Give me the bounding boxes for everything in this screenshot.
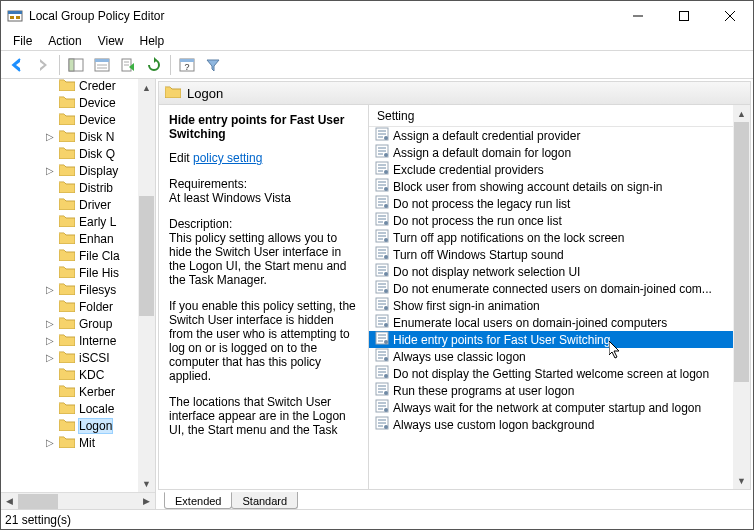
show-hide-tree-button[interactable] [64, 53, 88, 77]
tree-item-label: Driver [79, 198, 111, 212]
scroll-thumb[interactable] [734, 122, 749, 382]
setting-row[interactable]: Do not display the Getting Started welco… [369, 365, 733, 382]
export-button[interactable] [116, 53, 140, 77]
chevron-right-icon[interactable]: ▷ [45, 437, 55, 448]
folder-icon [59, 350, 75, 366]
menu-file[interactable]: File [5, 32, 40, 50]
selected-policy-name: Hide entry points for Fast User Switchin… [169, 113, 358, 141]
tree-item[interactable]: ▷Mit [1, 434, 155, 451]
policy-icon [375, 178, 389, 195]
tree-vertical-scrollbar[interactable]: ▲ ▼ [138, 79, 155, 492]
tree-item[interactable]: Early L [1, 213, 155, 230]
tree-item[interactable]: Kerber [1, 383, 155, 400]
tree-item-label: Locale [79, 402, 114, 416]
tree-item[interactable]: Driver [1, 196, 155, 213]
tab-extended[interactable]: Extended [164, 492, 232, 509]
setting-row[interactable]: Assign a default credential provider [369, 127, 733, 144]
setting-row[interactable]: Always wait for the network at computer … [369, 399, 733, 416]
tree-item[interactable]: ▷Display [1, 162, 155, 179]
setting-row[interactable]: Assign a default domain for logon [369, 144, 733, 161]
setting-row[interactable]: Exclude credential providers [369, 161, 733, 178]
tree-item-label: Kerber [79, 385, 115, 399]
help-button[interactable]: ? [175, 53, 199, 77]
maximize-button[interactable] [661, 1, 707, 31]
tree-item[interactable]: Distrib [1, 179, 155, 196]
menu-view[interactable]: View [90, 32, 132, 50]
tree-item[interactable]: Folder [1, 298, 155, 315]
setting-row[interactable]: Do not display network selection UI [369, 263, 733, 280]
requirements-text: At least Windows Vista [169, 191, 358, 205]
filter-options-button[interactable] [201, 53, 225, 77]
tree-item[interactable]: File His [1, 264, 155, 281]
setting-row[interactable]: Turn off app notifications on the lock s… [369, 229, 733, 246]
minimize-button[interactable] [615, 1, 661, 31]
policy-icon [375, 127, 389, 144]
forward-button[interactable] [31, 53, 55, 77]
chevron-right-icon[interactable]: ▷ [45, 131, 55, 142]
tree-item[interactable]: ▷Filesys [1, 281, 155, 298]
scroll-down-icon[interactable]: ▼ [733, 472, 750, 489]
tree-item[interactable]: Device [1, 94, 155, 111]
tree-item[interactable]: ▷Interne [1, 332, 155, 349]
tree-item[interactable]: ▷Disk N [1, 128, 155, 145]
svg-point-84 [384, 340, 388, 344]
setting-row[interactable]: Do not process the run once list [369, 212, 733, 229]
tree-item-label: Group [79, 317, 112, 331]
scroll-up-icon[interactable]: ▲ [733, 105, 750, 122]
setting-row[interactable]: Hide entry points for Fast User Switchin… [369, 331, 733, 348]
tree-item[interactable]: KDC [1, 366, 155, 383]
chevron-right-icon[interactable]: ▷ [45, 335, 55, 346]
setting-row[interactable]: Do not enumerate connected users on doma… [369, 280, 733, 297]
scroll-thumb[interactable] [18, 494, 58, 509]
tree-item-label: File His [79, 266, 119, 280]
tree-item[interactable]: Disk Q [1, 145, 155, 162]
chevron-right-icon[interactable]: ▷ [45, 352, 55, 363]
edit-policy-link[interactable]: policy setting [193, 151, 262, 165]
tree-item[interactable]: Device [1, 111, 155, 128]
list-vertical-scrollbar[interactable]: ▲ ▼ [733, 105, 750, 489]
close-button[interactable] [707, 1, 753, 31]
tree-item[interactable]: Locale [1, 400, 155, 417]
description-label: Description: [169, 217, 358, 231]
scroll-up-icon[interactable]: ▲ [138, 79, 155, 96]
refresh-button[interactable] [142, 53, 166, 77]
tree-item[interactable]: Creder [1, 79, 155, 94]
tree-item[interactable]: Enhan [1, 230, 155, 247]
setting-row[interactable]: Enumerate local users on domain-joined c… [369, 314, 733, 331]
back-button[interactable] [5, 53, 29, 77]
setting-row[interactable]: Turn off Windows Startup sound [369, 246, 733, 263]
folder-icon [59, 112, 75, 128]
node-title: Logon [187, 86, 223, 101]
chevron-right-icon[interactable]: ▷ [45, 318, 55, 329]
menu-help[interactable]: Help [132, 32, 173, 50]
svg-point-49 [384, 221, 388, 225]
setting-row[interactable]: Show first sign-in animation [369, 297, 733, 314]
tree-item-label: Early L [79, 215, 116, 229]
setting-row[interactable]: Do not process the legacy run list [369, 195, 733, 212]
setting-row[interactable]: Block user from showing account details … [369, 178, 733, 195]
properties-button[interactable] [90, 53, 114, 77]
tree-item[interactable]: File Cla [1, 247, 155, 264]
tab-standard[interactable]: Standard [231, 492, 298, 509]
description-text-1: This policy setting allows you to hide t… [169, 231, 358, 287]
setting-name: Always use classic logon [393, 350, 526, 364]
settings-column-header[interactable]: Setting [369, 105, 750, 127]
chevron-right-icon[interactable]: ▷ [45, 165, 55, 176]
scroll-thumb[interactable] [139, 196, 154, 316]
scroll-left-icon[interactable]: ◀ [1, 493, 18, 510]
folder-icon [59, 146, 75, 162]
scroll-down-icon[interactable]: ▼ [138, 475, 155, 492]
menu-action[interactable]: Action [40, 32, 89, 50]
tree-item[interactable]: ▷iSCSI [1, 349, 155, 366]
setting-row[interactable]: Always use classic logon [369, 348, 733, 365]
scroll-right-icon[interactable]: ▶ [138, 493, 155, 510]
setting-row[interactable]: Run these programs at user logon [369, 382, 733, 399]
tree-scroll[interactable]: CrederDeviceDevice▷Disk NDisk Q▷DisplayD… [1, 79, 155, 492]
chevron-right-icon[interactable]: ▷ [45, 284, 55, 295]
tree-item[interactable]: Logon [1, 417, 155, 434]
tree-horizontal-scrollbar[interactable]: ◀ ▶ [1, 492, 155, 509]
svg-rect-11 [95, 59, 109, 62]
tree-item[interactable]: ▷Group [1, 315, 155, 332]
setting-row[interactable]: Always use custom logon background [369, 416, 733, 433]
toolbar: ? [1, 51, 753, 79]
